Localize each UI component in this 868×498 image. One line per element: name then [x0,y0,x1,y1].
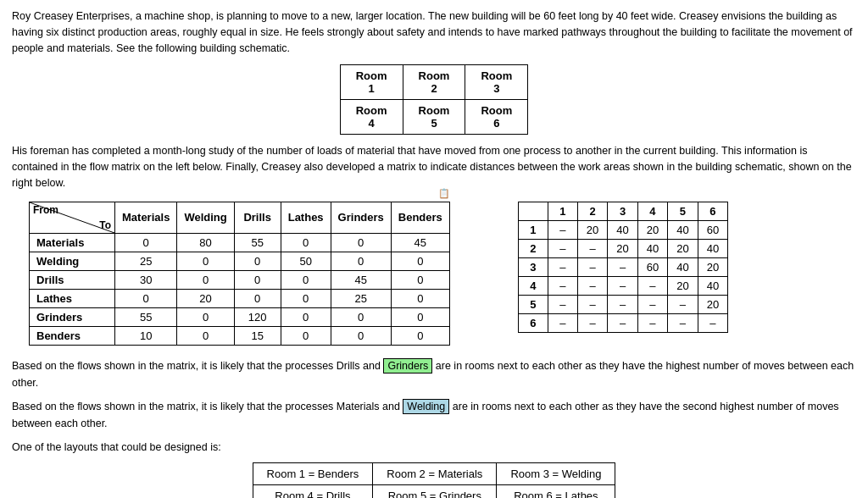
room-4: Room4 [340,100,403,135]
from-to-header: From To [30,202,115,233]
dist-cell: 20 [608,239,637,257]
flow-cell: 120 [234,307,281,326]
flow-row-label: Benders [30,326,115,345]
analysis-line-1: Based on the flows shown in the matrix, … [12,357,856,391]
room-1: Room1 [340,65,403,100]
distance-table: 123456 1–20402040602––204020403–––604020… [518,202,728,333]
dist-cell: 40 [698,276,727,295]
dist-cell: – [548,257,577,276]
flow-cell: 0 [177,326,234,345]
dist-cell: – [637,313,667,332]
flow-table-row: Grinders550120000 [30,307,450,326]
flow-cell: 50 [281,252,331,270]
dist-table-row: 2––20402040 [518,239,727,257]
col-materials: Materials [115,202,177,233]
flow-cell: 0 [331,307,391,326]
dist-cell: – [637,295,667,313]
flow-cell: 0 [331,326,391,345]
dist-row-label: 1 [518,220,548,239]
mid-paragraph: His foreman has completed a month-long s… [12,143,856,191]
dist-col-header-1: 1 [548,202,577,220]
col-benders: Benders [391,202,449,233]
flow-cell: 0 [391,289,449,307]
dist-cell: – [608,295,637,313]
matrices-section: 📋 From To Materials Welding Drills Lathe… [12,202,856,346]
dist-col-header-0 [518,202,548,220]
flow-cell: 0 [391,252,449,270]
dist-cell: 60 [698,220,727,239]
dist-cell: 40 [637,239,667,257]
dist-table-row: 3–––604020 [518,257,727,276]
flow-row-label: Materials [30,233,115,252]
intro-paragraph: Roy Creasey Enterprises, a machine shop,… [12,8,856,56]
flow-cell: 0 [281,307,331,326]
dist-cell: – [608,257,637,276]
layout-cell: Room 1 = Benders [253,462,373,484]
flow-cell: 0 [331,233,391,252]
room-schematic: Room1 Room2 Room3 Room4 Room5 Room6 [12,64,856,135]
flow-cell: 15 [234,326,281,345]
dist-cell: 40 [698,239,727,257]
dist-table-row: 4––––2040 [518,276,727,295]
flow-table-row: Drills30000450 [30,270,450,289]
flow-row-label: Lathes [30,289,115,307]
layout-cell: Room 3 = Welding [497,462,615,484]
flow-row-label: Drills [30,270,115,289]
col-lathes: Lathes [281,202,331,233]
dist-cell: – [548,276,577,295]
layout-cell: Room 4 = Drills [253,484,373,498]
dist-cell: – [548,239,577,257]
dist-col-header-2: 2 [577,202,607,220]
room-2: Room2 [403,65,465,100]
flow-matrix-container: 📋 From To Materials Welding Drills Lathe… [29,202,450,346]
dist-cell: 20 [698,295,727,313]
col-grinders: Grinders [331,202,391,233]
dist-col-header-6: 6 [698,202,727,220]
layout-cell: Room 2 = Materials [373,462,497,484]
flow-cell: 30 [115,270,177,289]
dist-cell: – [668,295,698,313]
flow-cell: 0 [177,307,234,326]
analysis-line-3: One of the layouts that could be designe… [12,439,856,456]
flow-cell: 80 [177,233,234,252]
flow-table-row: Materials080550045 [30,233,450,252]
layout-table-container: Room 1 = BendersRoom 2 = MaterialsRoom 3… [12,462,856,499]
dist-col-header-4: 4 [637,202,667,220]
distance-matrix-container: 123456 1–20402040602––204020403–––604020… [518,202,728,333]
dist-cell: – [577,313,607,332]
dist-row-label: 3 [518,257,548,276]
col-welding: Welding [177,202,234,233]
dist-table-row: 5–––––20 [518,295,727,313]
dist-row-label: 5 [518,295,548,313]
dist-cell: 20 [668,239,698,257]
flow-cell: 55 [234,233,281,252]
dist-table-row: 6–––––– [518,313,727,332]
dist-cell: – [577,295,607,313]
dist-cell: – [577,276,607,295]
dist-cell: – [577,257,607,276]
analysis-section: Based on the flows shown in the matrix, … [12,357,856,456]
room-table: Room1 Room2 Room3 Room4 Room5 Room6 [340,64,529,135]
dist-cell: – [548,295,577,313]
flow-cell: 0 [331,252,391,270]
dist-cell: 20 [577,220,607,239]
dist-row-label: 4 [518,276,548,295]
dist-row-label: 2 [518,239,548,257]
dist-cell: 20 [668,276,698,295]
copy-icon: 📋 [438,188,450,199]
flow-cell: 20 [177,289,234,307]
drills-highlight: Grinders [383,358,432,374]
flow-cell: 0 [177,252,234,270]
flow-cell: 0 [281,326,331,345]
flow-cell: 0 [281,270,331,289]
flow-cell: 0 [115,289,177,307]
dist-cell: 20 [637,220,667,239]
flow-cell: 0 [234,289,281,307]
room-6: Room6 [465,100,528,135]
flow-cell: 0 [281,289,331,307]
col-drills: Drills [234,202,281,233]
dist-cell: 40 [668,220,698,239]
flow-cell: 0 [234,270,281,289]
flow-cell: 45 [391,233,449,252]
dist-cell: 60 [637,257,667,276]
